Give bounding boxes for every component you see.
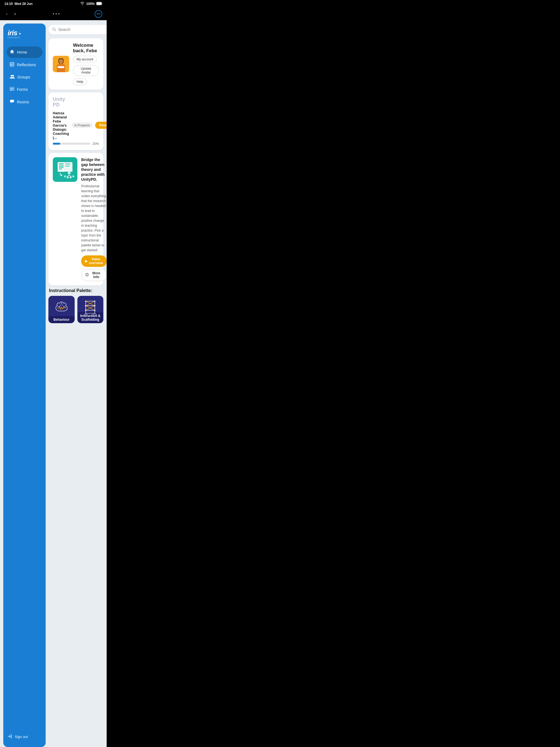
svg-line-14: [55, 30, 56, 31]
groups-icon: [10, 75, 15, 80]
info-content: Bridge the gap between theory and practi…: [81, 157, 107, 281]
svg-rect-10: [11, 89, 14, 89]
svg-rect-11: [11, 90, 12, 90]
battery-icon: [96, 2, 102, 6]
sidebar-item-reflections[interactable]: Reflections: [6, 59, 42, 71]
svg-rect-38: [65, 163, 70, 164]
progress-row: 20%: [53, 142, 99, 146]
scaffolding-label: Instruction & Scaffolding: [77, 312, 104, 323]
svg-point-42: [64, 175, 66, 177]
palette-card-behaviour[interactable]: Behaviour: [48, 296, 75, 323]
nav-items: Home Reflections: [6, 47, 42, 732]
svg-point-28: [59, 59, 63, 63]
svg-point-7: [12, 75, 14, 77]
sidebar-logo: iris • connect: [6, 29, 42, 39]
more-options-button[interactable]: •••: [95, 10, 102, 18]
svg-rect-36: [59, 169, 62, 170]
more-info-button[interactable]: ⓘ More Info: [81, 269, 107, 281]
course-title: Hamza Adeland Febe Garcia's Dialogic Coa…: [53, 111, 69, 140]
search-bar[interactable]: [48, 25, 107, 34]
home-label: Home: [17, 50, 27, 54]
welcome-greeting: Welcome back, Febe: [73, 43, 99, 54]
home-icon: [10, 50, 14, 55]
sidebar-item-forms[interactable]: Forms: [6, 84, 42, 95]
sidebar-item-rooms[interactable]: Rooms: [6, 96, 42, 108]
search-icon: [52, 27, 56, 32]
my-account-button[interactable]: My account: [73, 56, 97, 63]
battery-level: 100%: [86, 2, 95, 6]
help-button[interactable]: Help: [73, 78, 87, 85]
app-container: iris • connect Home: [0, 20, 107, 747]
nav-bar: ‹ › •••: [0, 8, 107, 20]
welcome-buttons: My account Update Avatar Help: [73, 56, 99, 85]
svg-point-58: [85, 305, 86, 306]
svg-rect-32: [59, 163, 64, 164]
svg-rect-40: [65, 166, 69, 167]
svg-rect-35: [59, 168, 64, 168]
svg-point-59: [94, 305, 96, 306]
welcome-avatar-icon: [53, 56, 69, 72]
resume-button[interactable]: Resume: [95, 122, 107, 129]
update-avatar-button[interactable]: Update Avatar: [73, 65, 99, 76]
rooms-icon: [10, 99, 14, 105]
iris-logo-sub: connect: [8, 36, 41, 39]
info-card: Bridge the gap between theory and practi…: [48, 153, 103, 285]
reflections-icon: [10, 62, 14, 68]
progress-bar: [53, 143, 90, 145]
main-content: 1: [46, 20, 107, 747]
svg-rect-39: [65, 164, 70, 165]
status-left: 14:15 Wed 28 Jun: [4, 2, 32, 6]
instructional-palette: Instructional Palette:: [48, 288, 103, 323]
play-icon: ▶: [85, 259, 87, 263]
sidebar-item-home[interactable]: Home: [6, 47, 42, 58]
svg-point-45: [73, 175, 74, 177]
welcome-info: Welcome back, Febe My account Update Ava…: [73, 43, 99, 85]
svg-rect-3: [11, 63, 14, 64]
palette-card-scaffolding[interactable]: Instruction & Scaffolding: [77, 296, 104, 323]
header-row: 1: [48, 24, 103, 35]
svg-point-60: [85, 310, 86, 311]
progress-percent: 20%: [93, 142, 99, 146]
status-right: 100%: [80, 2, 102, 6]
svg-point-61: [94, 310, 96, 311]
info-description: Professional learning that unites everyt…: [81, 184, 107, 253]
back-button[interactable]: ‹: [4, 10, 9, 18]
svg-rect-5: [11, 65, 12, 66]
svg-point-44: [70, 176, 72, 178]
unity-pd-logo: Unity PD: [53, 97, 99, 108]
reflections-label: Reflections: [17, 62, 36, 67]
course-row: Hamza Adeland Febe Garcia's Dialogic Coa…: [53, 111, 99, 140]
book-teaching-icon: [53, 157, 77, 182]
video-overview-button[interactable]: ▶ Video overview: [81, 255, 107, 267]
svg-rect-27: [58, 66, 64, 68]
svg-rect-4: [11, 64, 14, 65]
behaviour-icon: [53, 300, 70, 315]
info-icon: ⓘ: [85, 273, 88, 277]
sign-out-button[interactable]: Sign out: [6, 732, 42, 742]
wifi-icon: [80, 2, 84, 6]
behaviour-label: Behaviour: [48, 316, 75, 323]
sidebar: iris • connect Home: [3, 24, 46, 747]
info-title: Bridge the gap between theory and practi…: [81, 157, 107, 182]
palette-grid: Behaviour: [48, 296, 103, 323]
sidebar-item-groups[interactable]: Groups: [6, 72, 42, 83]
svg-point-6: [11, 75, 12, 77]
time: 14:15: [4, 2, 13, 6]
progress-bar-fill: [53, 143, 60, 145]
nav-dot-2: [55, 13, 57, 15]
sign-out-label: Sign out: [15, 735, 28, 739]
svg-rect-33: [59, 164, 64, 165]
svg-point-57: [94, 301, 96, 302]
info-thumbnail: [53, 157, 77, 182]
sign-out-icon: [8, 734, 12, 739]
welcome-card: Welcome back, Febe My account Update Ava…: [48, 38, 103, 90]
forward-button[interactable]: ›: [12, 10, 18, 18]
svg-rect-1: [97, 2, 101, 5]
unity-pd-card: Unity PD Hamza Adeland Febe Garcia's Dia…: [48, 93, 103, 150]
svg-point-41: [68, 172, 71, 175]
nav-dot-3: [58, 13, 59, 15]
status-badge: In Progress: [72, 123, 93, 128]
forms-label: Forms: [17, 87, 28, 92]
search-input[interactable]: [58, 27, 106, 32]
svg-rect-9: [11, 88, 14, 88]
